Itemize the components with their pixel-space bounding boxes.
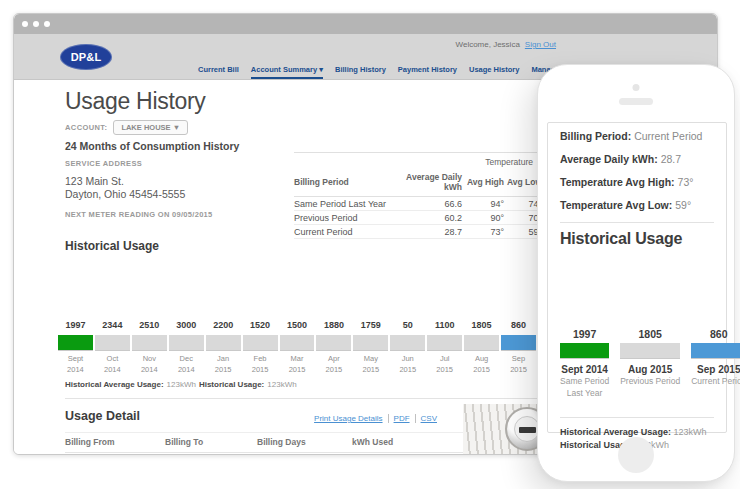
usage-bar [560, 343, 609, 359]
main-nav: Current Bill Account Summary ▾ Billing H… [198, 65, 585, 79]
table-row: Same Period Last Year 66.6 94° 74° [294, 197, 542, 211]
chart-month-column: 1100 Jul2015 [427, 320, 462, 375]
bar-sublabel: Last Year [560, 387, 609, 399]
print-usage-details-link[interactable]: Print Usage Details [314, 414, 388, 423]
phone-historical-usage-title: Historical Usage [560, 230, 714, 248]
chart-month-column: 1520 Feb2015 [243, 320, 278, 375]
bar-month: Feb [243, 354, 278, 365]
bar-year: 2015 [206, 365, 241, 376]
footnote-label: Historical Usage: [199, 380, 264, 389]
chart-month-column: 1805 Aug2015 [464, 320, 499, 375]
bar-year: 2015 [280, 365, 315, 376]
chart-month-column: 1997 Sept2014 [58, 320, 93, 375]
bar-value: 1997 [58, 320, 93, 331]
consumption-subtitle: 24 Months of Consumption History [65, 140, 239, 152]
nav-billing-history[interactable]: Billing History [335, 65, 386, 79]
usage-bar[interactable] [353, 335, 388, 351]
csv-link[interactable]: CSV [421, 414, 437, 423]
nav-payment-history[interactable]: Payment History [398, 65, 457, 79]
bar-year: 2014 [95, 365, 130, 376]
temperature-group-header: Temperature [294, 153, 542, 169]
bar-value: 1520 [243, 320, 278, 331]
chart-month-column: 50 Jun2015 [390, 320, 425, 375]
window-control-icon[interactable] [44, 21, 50, 27]
service-address-label: SERVICE ADDRESS [65, 159, 213, 168]
window-control-icon[interactable] [33, 21, 39, 27]
bar-month: Aug 2015 [620, 364, 680, 375]
usage-bar[interactable] [280, 335, 315, 351]
chart-month-column: 1880 Apr2015 [316, 320, 351, 375]
usage-bar[interactable] [464, 335, 499, 351]
bar-year: 2014 [132, 365, 167, 376]
bar-value: 1805 [464, 320, 499, 331]
historical-usage-title: Historical Usage [65, 239, 159, 253]
browser-titlebar [14, 14, 717, 34]
usage-bar[interactable] [206, 335, 241, 351]
phone-usage-card: Billing Period:Current Period Average Da… [547, 122, 727, 433]
nav-account-summary[interactable]: Account Summary ▾ [251, 65, 323, 79]
page-title: Usage History [65, 88, 206, 115]
chart-month-column: 2344 Oct2014 [95, 320, 130, 375]
cell-high: 90° [462, 213, 504, 223]
bar-month: Mar [280, 354, 315, 365]
bar-value: 860 [501, 320, 536, 331]
usage-bar[interactable] [95, 335, 130, 351]
info-value: 73° [678, 176, 694, 188]
usage-bar[interactable] [427, 335, 462, 351]
phone-comparison-chart: 1997 Sept 2014 Same Period Last Year 180… [560, 328, 714, 400]
welcome-area: Welcome, JessicaSign Out [456, 40, 556, 49]
list-item: Temperature Avg High:73° [560, 176, 714, 188]
bar-value: 3000 [169, 320, 204, 331]
info-label: Temperature Avg Low: [560, 199, 672, 211]
col-average-daily-kwh: Average Daily kWh [392, 172, 462, 192]
bar-year: 2015 [316, 365, 351, 376]
pdf-link[interactable]: PDF [394, 414, 416, 423]
list-item: Average Daily kWh:28.7 [560, 153, 714, 165]
col-avg-high: Avg High [462, 177, 504, 187]
nav-usage-history[interactable]: Usage History [469, 65, 519, 79]
nav-current-bill[interactable]: Current Bill [198, 65, 239, 79]
bar-value: 1997 [560, 328, 609, 340]
list-item: Temperature Avg Low:59° [560, 199, 714, 211]
summary-header-row: Billing Period Average Daily kWh Avg Hig… [294, 169, 542, 197]
address-line-1: 123 Main St. [65, 175, 213, 188]
bar-value: 860 [691, 328, 740, 340]
usage-bar[interactable] [501, 335, 536, 351]
info-label: Temperature Avg High: [560, 176, 675, 188]
chart-month-column: 2200 Jan2015 [206, 320, 241, 375]
bar-sublabel: Current Period [691, 375, 740, 387]
bar-month: Sept [58, 354, 93, 365]
period-summary-table: Temperature Billing Period Average Daily… [294, 152, 542, 239]
chart-month-column: 860 Sep2015 [501, 320, 536, 375]
sign-out-link[interactable]: Sign Out [525, 40, 556, 49]
footnote-value: 123kWh [673, 427, 706, 437]
list-item: Billing Period:Current Period [560, 130, 714, 142]
info-value: 28.7 [661, 153, 681, 165]
phone-info-list: Billing Period:Current Period Average Da… [560, 130, 714, 211]
info-label: Billing Period: [560, 130, 631, 142]
usage-bar[interactable] [58, 335, 93, 351]
window-control-icon[interactable] [22, 21, 28, 27]
usage-bar[interactable] [132, 335, 167, 351]
usage-bar[interactable] [169, 335, 204, 351]
chart-month-column: 3000 Dec2014 [169, 320, 204, 375]
col-billing-to: Billing To [165, 437, 257, 447]
usage-bar[interactable] [316, 335, 351, 351]
account-dropdown[interactable]: LAKE HOUSE ▼ [113, 120, 188, 135]
usage-bar[interactable] [390, 335, 425, 351]
footnote-value: 123kWh [267, 380, 296, 389]
info-value: Current Period [634, 130, 702, 142]
col-billing-period: Billing Period [294, 177, 392, 187]
bar-month: Apr [316, 354, 351, 365]
cell-kwh: 66.6 [392, 199, 462, 209]
dpl-logo: DP&L [60, 44, 112, 70]
footnote-label: Historical Average Usage: [560, 427, 671, 437]
card-divider [560, 222, 714, 223]
service-address-block: SERVICE ADDRESS 123 Main St. Dayton, Ohi… [65, 159, 213, 219]
bar-month: Dec [169, 354, 204, 365]
usage-bar[interactable] [243, 335, 278, 351]
chart-month-column: 1759 May2015 [353, 320, 388, 375]
bar-year: 2014 [169, 365, 204, 376]
bar-value: 1100 [427, 320, 462, 331]
bar-month: Jan [206, 354, 241, 365]
